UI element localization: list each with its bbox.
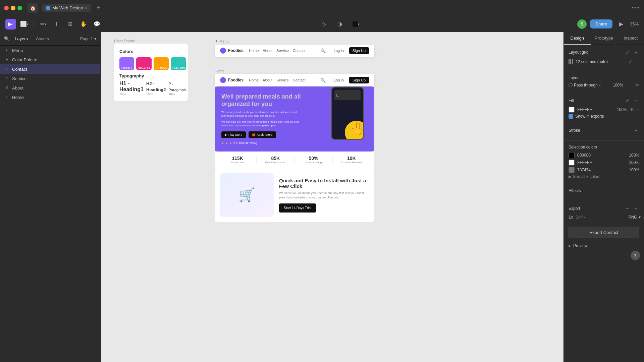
effects-add-icon[interactable]: + bbox=[633, 187, 639, 194]
maximize-traffic-light[interactable] bbox=[17, 6, 22, 10]
hero-content: Well prepared meals and all organized fo… bbox=[221, 93, 302, 145]
stroke-add-icon[interactable]: + bbox=[633, 127, 639, 134]
star-icon-2: ★ bbox=[225, 141, 228, 145]
layer-color-palette[interactable]: + Color Palette bbox=[0, 55, 100, 64]
layout-grid-actions: ⤢ + bbox=[624, 49, 639, 56]
layout-grid-row: 12 columns (auto) ⤢ − bbox=[569, 58, 639, 65]
fill-header: Fill ⤢ + bbox=[569, 97, 639, 104]
home-logo-icon bbox=[220, 77, 226, 83]
sel-swatch-white[interactable] bbox=[569, 160, 575, 166]
user-avatar[interactable]: S bbox=[577, 19, 587, 29]
layer-home[interactable]: + Home bbox=[0, 93, 100, 102]
export-format-chevron: ▾ bbox=[639, 215, 641, 220]
layer-visibility-icon[interactable]: 👁 bbox=[635, 83, 639, 87]
typo-h1-size: 24px bbox=[119, 93, 144, 96]
fill-expand-icon[interactable]: ⤢ bbox=[624, 97, 631, 104]
layout-grid-add-icon[interactable]: + bbox=[633, 49, 639, 56]
home-nav-search-icon[interactable]: 🔍 bbox=[320, 78, 326, 83]
nav-link-service: Service bbox=[276, 49, 289, 53]
home-nav-signup[interactable]: Sign Up bbox=[349, 77, 369, 83]
comment-tool[interactable]: 💬 bbox=[92, 19, 102, 29]
stat-num-downloaded: 85K bbox=[257, 156, 294, 161]
play-store-btn[interactable]: ▶ Play Store bbox=[221, 131, 246, 138]
hero-rating: ★ ★ ★ 3.2 Global Rating bbox=[221, 141, 302, 145]
tab-inspect[interactable]: Inspect bbox=[617, 32, 644, 45]
canvas[interactable]: Color Palette Colors #9865FF #EC2781 #FF… bbox=[101, 32, 564, 362]
layer-about[interactable]: # About bbox=[0, 83, 100, 93]
move-tool[interactable]: ▶▾ bbox=[5, 19, 16, 29]
grid-value: 12 columns (auto) bbox=[576, 59, 625, 64]
play-button[interactable]: ▶ bbox=[616, 19, 627, 29]
show-in-exports-checkbox[interactable]: ✓ bbox=[569, 114, 573, 119]
layer-opacity[interactable]: 100% bbox=[613, 83, 623, 87]
help-button[interactable]: ? bbox=[631, 251, 640, 260]
component-icon: ✦ bbox=[4, 48, 9, 53]
grid-settings-icon[interactable]: ⤢ bbox=[627, 58, 634, 65]
page-selector[interactable]: Page 1 ▾ bbox=[80, 37, 96, 41]
stat-reviews: 10K Excellent Reviews bbox=[333, 156, 370, 164]
tab-prototype[interactable]: Prototype bbox=[591, 32, 618, 45]
swatch-pink: #EC2781 bbox=[136, 57, 152, 70]
home-nav-about: About bbox=[263, 78, 272, 82]
more-options-icon[interactable]: ••• bbox=[632, 4, 640, 11]
contrast-icon[interactable]: ◑ bbox=[334, 19, 345, 29]
close-traffic-light[interactable] bbox=[4, 6, 9, 10]
export-remove-icon[interactable]: − bbox=[624, 205, 631, 212]
home-button[interactable]: 🏠 bbox=[28, 3, 38, 13]
export-suffix-input[interactable] bbox=[576, 215, 626, 220]
color-palette-frame-container: Color Palette Colors #9865FF #EC2781 #FF… bbox=[114, 39, 188, 101]
preview-row[interactable]: ▶ Preview bbox=[564, 241, 644, 251]
hero-buttons: ▶ Play Store 🍎 Apple Store bbox=[221, 131, 302, 138]
sel-swatch-black[interactable] bbox=[569, 152, 575, 158]
phone-frame: 🤚 bbox=[331, 86, 364, 140]
text-tool[interactable]: T bbox=[51, 19, 62, 29]
frame-tool[interactable]: ⬜▾ bbox=[19, 19, 30, 29]
swatch-label-purple: #9865FF bbox=[121, 66, 133, 69]
fill-color-swatch[interactable] bbox=[569, 107, 575, 113]
typo-h2-size: 18px bbox=[146, 93, 166, 96]
export-scale[interactable]: 1x bbox=[569, 215, 573, 220]
layer-contact[interactable]: + Contact bbox=[0, 64, 100, 74]
minimize-traffic-light[interactable] bbox=[11, 6, 15, 10]
search-icon[interactable]: 🔍 bbox=[4, 36, 9, 41]
grid-remove-icon[interactable]: − bbox=[637, 59, 639, 64]
nav-login[interactable]: Log in bbox=[334, 49, 344, 53]
share-button[interactable]: Share bbox=[590, 19, 612, 28]
plugins-icon[interactable]: ◇ bbox=[318, 19, 329, 29]
new-tab-button[interactable]: + bbox=[94, 4, 103, 12]
layer-service[interactable]: # Service bbox=[0, 74, 100, 83]
tab-close-icon[interactable]: × bbox=[85, 6, 87, 10]
tab-design[interactable]: Design bbox=[564, 32, 591, 45]
fill-eye-icon[interactable]: 👁 bbox=[630, 107, 634, 112]
zoom-level[interactable]: 35% bbox=[630, 21, 639, 26]
trial-btn[interactable]: Start 14 Days Trial bbox=[279, 203, 316, 213]
tab-layers[interactable]: Layers bbox=[12, 35, 31, 43]
export-add-icon[interactable]: + bbox=[633, 205, 639, 212]
layer-menu[interactable]: ✦ Menu bbox=[0, 46, 100, 55]
sel-swatch-gray[interactable] bbox=[569, 167, 575, 173]
fill-add-icon[interactable]: + bbox=[633, 97, 639, 104]
hand-tool[interactable]: ✋ bbox=[78, 19, 89, 29]
nav-link-about: About bbox=[263, 49, 272, 53]
tab-assets[interactable]: Assets bbox=[33, 35, 52, 43]
nav-search-icon[interactable]: 🔍 bbox=[320, 48, 326, 53]
component-tool[interactable]: ⊞ bbox=[65, 19, 75, 29]
effects-header: Effects + bbox=[569, 187, 639, 194]
fill-picker[interactable]: ▾ bbox=[351, 19, 361, 29]
nav-link-home: Home bbox=[249, 49, 259, 53]
active-tab[interactable]: My Web Design × bbox=[42, 4, 91, 12]
home-frame-label: Home bbox=[215, 69, 374, 73]
see-all-colors[interactable]: ▶ See all 8 colors bbox=[569, 174, 639, 179]
layer-mode[interactable]: Pass through ▾ bbox=[569, 83, 601, 87]
home-nav-bar: Foodies Home About Service Contact 🔍 Log… bbox=[215, 74, 374, 86]
apple-store-btn[interactable]: 🍎 Apple Store bbox=[249, 131, 276, 138]
sel-color-row-black: 000000 100% bbox=[569, 152, 639, 158]
pen-tool[interactable]: ✏▾ bbox=[38, 19, 49, 29]
layout-grid-expand-icon[interactable]: ⤢ bbox=[624, 49, 631, 56]
nav-signup[interactable]: Sign Up bbox=[349, 47, 369, 54]
fill-remove-icon[interactable]: − bbox=[637, 107, 639, 112]
home-nav-login[interactable]: Log in bbox=[334, 78, 344, 82]
export-format[interactable]: PNG ▾ bbox=[629, 215, 641, 220]
star-icon: ★ bbox=[221, 141, 224, 145]
export-contact-button[interactable]: Export Contact bbox=[569, 227, 639, 238]
